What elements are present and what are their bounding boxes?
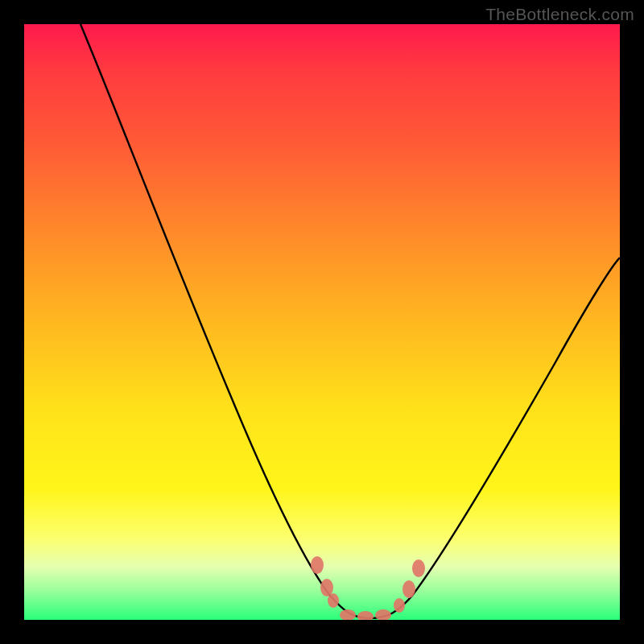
chart-frame: TheBottleneck.com (0, 0, 644, 644)
svg-point-5 (375, 609, 391, 620)
svg-point-6 (394, 598, 405, 613)
svg-point-4 (357, 611, 374, 620)
svg-point-7 (402, 580, 415, 598)
svg-point-3 (340, 609, 356, 620)
bottleneck-curve (80, 24, 620, 618)
watermark-text: TheBottleneck.com (485, 5, 634, 24)
svg-point-8 (412, 559, 425, 577)
chart-svg (24, 24, 620, 620)
svg-point-0 (311, 556, 324, 574)
svg-point-2 (328, 593, 339, 608)
curve-markers (311, 556, 425, 620)
chart-plot-area (24, 24, 620, 620)
